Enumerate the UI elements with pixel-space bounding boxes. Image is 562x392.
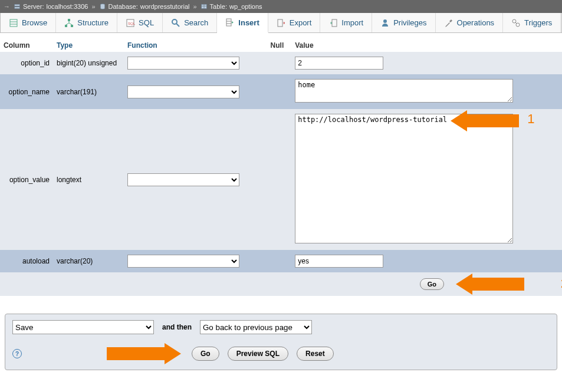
tab-label: Browse [22,18,47,27]
header-value: Value [291,39,562,52]
triggers-icon [511,18,521,28]
column-type: varchar(191) [53,74,124,109]
null-cell [267,250,292,272]
preview-sql-button[interactable]: Preview SQL [228,347,288,361]
table-row: option_value longtext http://localhost/w… [0,109,562,250]
sql-icon: SQL [126,18,135,28]
tab-import[interactable]: Import [320,13,372,32]
svg-line-18 [176,24,179,27]
database-icon [99,3,106,10]
svg-rect-0 [15,4,20,6]
bottom-panel: Save and then Go back to previous page ?… [5,314,557,370]
breadcrumb-server[interactable]: Server: localhost:3306 [14,3,88,10]
breadcrumb-collapse-arrow[interactable]: → [4,3,10,10]
value-input-option-id[interactable] [295,57,383,70]
tab-operations[interactable]: Operations [436,13,504,32]
svg-rect-19 [226,19,231,26]
value-textarea-option-name[interactable]: home [295,79,513,103]
function-select[interactable] [127,57,239,70]
after-action-select[interactable]: Go back to previous page [200,320,312,334]
insert-icon [225,18,235,27]
breadcrumb-separator: » [91,3,95,10]
breadcrumb-separator: » [193,3,196,10]
tab-sql[interactable]: SQL SQL [117,13,163,32]
table-row: option_name varchar(191) home [0,74,562,109]
insert-form-table: Column Type Function Null Value option_i… [0,39,562,296]
tab-triggers[interactable]: Triggers [503,13,561,32]
tab-insert[interactable]: Insert [217,13,268,33]
tab-structure[interactable]: Structure [56,13,117,32]
svg-rect-10 [65,25,67,27]
column-type: longtext [53,109,124,250]
svg-line-27 [515,22,517,24]
function-select[interactable] [127,85,239,98]
svg-rect-6 [10,19,17,27]
table-icon [201,3,208,10]
svg-rect-1 [15,7,20,9]
null-cell [267,52,292,74]
tab-label: SQL [139,18,154,27]
import-icon [328,18,338,28]
svg-text:SQL: SQL [128,22,135,25]
bottom-row-options: Save and then Go back to previous page [5,314,557,340]
breadcrumb-server-label: Server: [23,3,44,10]
browse-icon [9,18,18,28]
tab-export[interactable]: Export [268,13,321,32]
search-icon [171,18,180,28]
export-icon [277,18,286,28]
tab-privileges[interactable]: Privileges [372,13,435,32]
tab-bar: Browse Structure SQL SQL Search Insert E… [0,13,562,33]
svg-rect-22 [278,19,282,27]
tab-label: Import [341,18,363,27]
server-icon [14,3,21,10]
svg-line-13 [66,23,69,25]
header-type[interactable]: Type [53,39,124,52]
go-row: Go 2 [0,272,562,296]
help-icon[interactable]: ? [12,349,22,358]
tab-label: Triggers [524,18,552,27]
structure-icon [64,18,74,28]
svg-point-24 [383,19,387,23]
breadcrumb-database-label: Database: [109,3,138,10]
null-cell [267,74,292,109]
tab-label: Structure [77,18,109,27]
go-button-bottom[interactable]: Go [192,347,219,361]
svg-rect-11 [71,25,73,27]
breadcrumb-database[interactable]: Database: wordpresstutorial [99,3,190,10]
operations-icon [444,18,453,28]
column-name: option_value [0,109,53,250]
null-cell [267,109,292,250]
function-select[interactable] [127,173,239,186]
tab-label: Search [184,18,208,27]
tab-search[interactable]: Search [163,13,217,32]
reset-button[interactable]: Reset [297,347,334,361]
header-function[interactable]: Function [124,39,267,52]
breadcrumb-table-value: wp_options [229,3,262,10]
tab-browse[interactable]: Browse [1,13,56,32]
breadcrumb-table[interactable]: Table: wp_options [201,3,262,10]
table-row: autoload varchar(20) [0,250,562,272]
go-button-row[interactable]: Go [420,278,444,290]
table-row: option_id bigint(20) unsigned [0,52,562,74]
privileges-icon [380,18,390,28]
tab-label: Operations [457,18,495,27]
tab-label: Insert [238,18,259,27]
column-name: option_id [0,52,53,74]
save-select[interactable]: Save [12,320,154,334]
annotation-arrow-2 [456,274,527,295]
svg-line-14 [69,23,72,25]
value-textarea-option-value[interactable]: http://localhost/wordpress-tutorial [295,114,513,243]
breadcrumb-server-value: localhost:3306 [46,3,88,10]
header-column: Column [0,39,53,52]
header-null: Null [267,39,292,52]
bottom-row-buttons: ? Go Preview SQL Reset [5,340,557,370]
svg-rect-9 [68,19,70,21]
breadcrumb-bar: → Server: localhost:3306 » Database: wor… [0,0,562,13]
annotation-number-1: 1 [527,111,534,127]
value-input-autoload[interactable] [295,255,383,268]
svg-rect-23 [332,19,337,27]
column-name: option_name [0,74,53,109]
annotation-arrow-3 [107,343,183,364]
column-type: varchar(20) [53,250,124,272]
function-select[interactable] [127,255,239,268]
